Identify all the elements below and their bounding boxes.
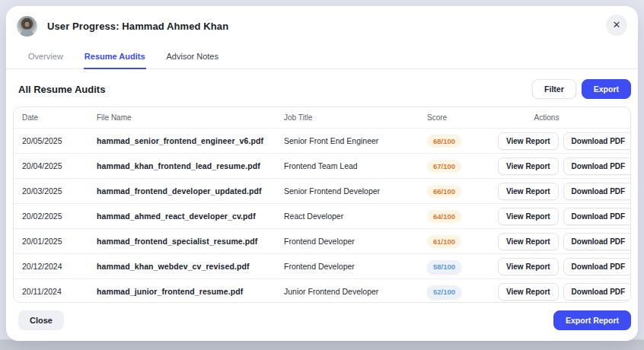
audit-job-title: Frontend Team Lead bbox=[284, 161, 427, 170]
audit-file-name: hammad_senior_frontend_engineer_v6.pdf bbox=[97, 136, 284, 145]
column-header-job: Job Title bbox=[284, 113, 427, 122]
audit-file-name: hammad_khan_frontend_lead_resume.pdf bbox=[97, 161, 284, 170]
download-pdf-button[interactable]: Download PDF bbox=[563, 183, 631, 200]
close-button[interactable]: Close bbox=[18, 310, 64, 330]
table-row: 20/04/2025 hammad_khan_frontend_lead_res… bbox=[14, 153, 630, 178]
audit-job-title: Junior Frontend Developer bbox=[284, 287, 427, 296]
table-row: 20/03/2025 hammad_frontend_developer_upd… bbox=[14, 178, 630, 203]
table-header-row: Date File Name Job Title Score Actions bbox=[14, 107, 630, 128]
audit-date: 20/01/2025 bbox=[22, 237, 97, 246]
close-icon[interactable]: ✕ bbox=[606, 14, 627, 36]
audit-file-name: hammad_frontend_developer_updated.pdf bbox=[97, 186, 284, 196]
score-badge: 52/100 bbox=[427, 285, 461, 298]
audit-date: 20/03/2025 bbox=[22, 186, 97, 196]
filter-button[interactable]: Filter bbox=[532, 79, 576, 99]
score-badge: 64/100 bbox=[427, 210, 461, 223]
audit-job-title: Frontend Developer bbox=[284, 237, 427, 246]
view-report-button[interactable]: View Report bbox=[498, 258, 559, 275]
view-report-button[interactable]: View Report bbox=[498, 158, 559, 175]
export-report-button[interactable]: Export Report bbox=[553, 310, 631, 330]
export-button[interactable]: Export bbox=[582, 79, 631, 99]
table-row: 20/02/2025 hammad_ahmed_react_developer_… bbox=[14, 203, 630, 228]
user-avatar bbox=[17, 16, 37, 37]
column-header-file: File Name bbox=[97, 113, 284, 122]
section-heading: All Resume Audits bbox=[18, 84, 105, 95]
download-pdf-button[interactable]: Download PDF bbox=[563, 132, 631, 150]
audit-date: 20/04/2025 bbox=[22, 161, 97, 170]
tab-overview[interactable]: Overview bbox=[27, 49, 64, 69]
section-bar: All Resume Audits Filter Export bbox=[6, 69, 638, 107]
audit-date: 20/05/2025 bbox=[22, 136, 97, 145]
column-header-actions: Actions bbox=[498, 113, 595, 122]
column-header-date: Date bbox=[22, 113, 97, 122]
audit-job-title: React Developer bbox=[284, 212, 427, 221]
download-pdf-button[interactable]: Download PDF bbox=[563, 208, 631, 225]
audit-date: 20/12/2024 bbox=[22, 262, 97, 271]
download-pdf-button[interactable]: Download PDF bbox=[563, 258, 631, 275]
audit-file-name: hammad_khan_webdev_cv_revised.pdf bbox=[97, 262, 284, 271]
person-photo-icon bbox=[17, 16, 37, 37]
audit-file-name: hammad_frontend_specialist_resume.pdf bbox=[97, 237, 284, 246]
view-report-button[interactable]: View Report bbox=[498, 208, 559, 225]
score-badge: 61/100 bbox=[427, 235, 461, 248]
table-row: 20/12/2024 hammad_khan_webdev_cv_revised… bbox=[14, 253, 630, 278]
audit-file-name: hammad_ahmed_react_developer_cv.pdf bbox=[97, 212, 284, 221]
audit-job-title: Senior Front End Engineer bbox=[284, 136, 427, 145]
modal-title: User Progress: Hammad Ahmed Khan bbox=[47, 21, 228, 32]
audit-date: 20/02/2025 bbox=[22, 212, 97, 221]
score-badge: 67/100 bbox=[427, 160, 461, 173]
download-pdf-button[interactable]: Download PDF bbox=[563, 158, 631, 175]
score-badge: 66/100 bbox=[427, 185, 461, 198]
tab-advisor-notes[interactable]: Advisor Notes bbox=[166, 49, 219, 69]
table-body: 20/05/2025 hammad_senior_frontend_engine… bbox=[14, 128, 630, 303]
score-badge: 58/100 bbox=[427, 260, 461, 273]
tab-bar: Overview Resume Audits Advisor Notes bbox=[6, 41, 638, 69]
resume-audits-table: Date File Name Job Title Score Actions 2… bbox=[13, 107, 631, 303]
view-report-button[interactable]: View Report bbox=[498, 132, 559, 150]
audit-date: 20/11/2024 bbox=[22, 287, 97, 296]
modal-footer: Close Export Report bbox=[6, 303, 638, 341]
table-row: 20/11/2024 hammad_junior_frontend_resume… bbox=[14, 278, 630, 303]
table-row: 20/01/2025 hammad_frontend_specialist_re… bbox=[14, 228, 630, 253]
audit-job-title: Frontend Developer bbox=[284, 262, 427, 271]
user-progress-modal: User Progress: Hammad Ahmed Khan ✕ Overv… bbox=[6, 6, 638, 341]
view-report-button[interactable]: View Report bbox=[498, 283, 559, 301]
view-report-button[interactable]: View Report bbox=[498, 183, 559, 200]
audit-file-name: hammad_junior_frontend_resume.pdf bbox=[97, 287, 284, 296]
modal-header: User Progress: Hammad Ahmed Khan ✕ bbox=[6, 6, 638, 41]
table-row: 20/05/2025 hammad_senior_frontend_engine… bbox=[14, 128, 630, 153]
download-pdf-button[interactable]: Download PDF bbox=[563, 283, 631, 301]
tab-resume-audits[interactable]: Resume Audits bbox=[84, 49, 146, 69]
view-report-button[interactable]: View Report bbox=[498, 233, 559, 250]
section-actions: Filter Export bbox=[532, 79, 631, 99]
download-pdf-button[interactable]: Download PDF bbox=[563, 233, 631, 250]
audit-job-title: Senior Frontend Developer bbox=[284, 186, 427, 196]
score-badge: 68/100 bbox=[427, 135, 461, 148]
column-header-score: Score bbox=[427, 113, 498, 122]
